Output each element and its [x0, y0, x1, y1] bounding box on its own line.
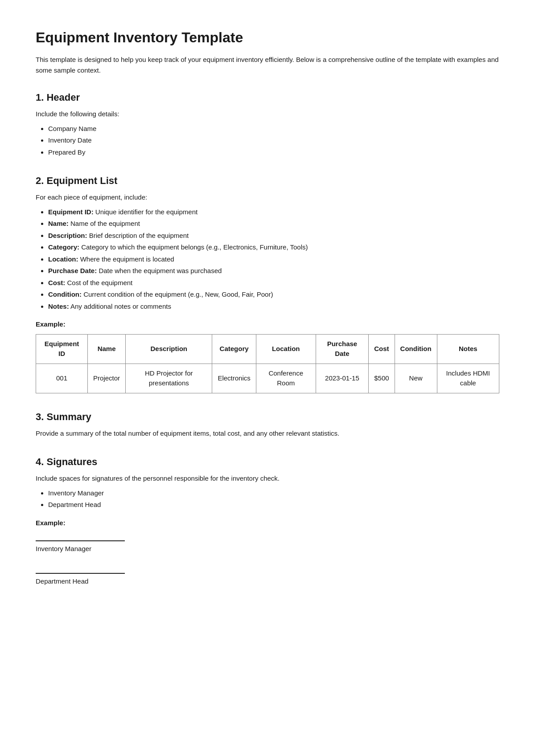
cell-condition: New: [395, 364, 437, 393]
section-header: 1. Header Include the following details:…: [36, 90, 499, 157]
field-bold: Cost:: [48, 279, 65, 286]
field-bold: Purchase Date:: [48, 267, 97, 274]
example-label-signatures: Example:: [36, 518, 499, 528]
col-header-description: Description: [126, 334, 212, 364]
signature-block-department-head: Department Head: [36, 565, 499, 587]
signature-name-department-head: Department Head: [36, 577, 88, 585]
example-label-equipment: Example:: [36, 319, 499, 330]
cell-category: Electronics: [212, 364, 256, 393]
col-header-name: Name: [88, 334, 126, 364]
section-header-lead: Include the following details:: [36, 109, 499, 119]
col-header-equipment-id: Equipment ID: [36, 334, 88, 364]
signature-name-inventory-manager: Inventory Manager: [36, 545, 91, 552]
field-bold: Category:: [48, 243, 79, 251]
section-header-heading: 1. Header: [36, 90, 499, 105]
section-equipment-list-lead: For each piece of equipment, include:: [36, 192, 499, 203]
section-equipment-list-heading: 2. Equipment List: [36, 173, 499, 188]
list-item: Name: Name of the equipment: [48, 219, 499, 229]
col-header-location: Location: [256, 334, 316, 364]
field-bold: Description:: [48, 232, 87, 239]
col-header-category: Category: [212, 334, 256, 364]
field-rest: Where the equipment is located: [78, 255, 174, 263]
field-rest: Category to which the equipment belongs …: [79, 243, 308, 251]
cell-equipment-id: 001: [36, 364, 88, 393]
list-item: Equipment ID: Unique identifier for the …: [48, 207, 499, 217]
field-bold: Name:: [48, 220, 69, 227]
field-bold: Notes:: [48, 302, 69, 310]
intro-text: This template is designed to help you ke…: [36, 54, 499, 76]
cell-name: Projector: [88, 364, 126, 393]
cell-cost: $500: [369, 364, 395, 393]
field-rest: Unique identifier for the equipment: [94, 208, 198, 216]
col-header-cost: Cost: [369, 334, 395, 364]
list-item: Category: Category to which the equipmen…: [48, 242, 499, 253]
section-summary-lead: Provide a summary of the total number of…: [36, 429, 499, 439]
cell-location: Conference Room: [256, 364, 316, 393]
list-item: Notes: Any additional notes or comments: [48, 302, 499, 312]
equipment-field-list: Equipment ID: Unique identifier for the …: [36, 207, 499, 312]
field-rest: Any additional notes or comments: [69, 302, 171, 310]
col-header-notes: Notes: [437, 334, 499, 364]
cell-purchase-date: 2023-01-15: [316, 364, 369, 393]
section-signatures-lead: Include spaces for signatures of the per…: [36, 474, 499, 484]
section-header-list: Company Name Inventory Date Prepared By: [36, 124, 499, 158]
cell-description: HD Projector for presentations: [126, 364, 212, 393]
section-summary-heading: 3. Summary: [36, 409, 499, 424]
field-bold: Equipment ID:: [48, 208, 94, 216]
list-item: Condition: Current condition of the equi…: [48, 290, 499, 300]
signature-line-inventory-manager: [36, 532, 125, 541]
cell-notes: Includes HDMI cable: [437, 364, 499, 393]
list-item: Department Head: [48, 500, 499, 510]
list-item: Company Name: [48, 124, 499, 134]
list-item: Location: Where the equipment is located: [48, 254, 499, 265]
field-rest: Date when the equipment was purchased: [97, 267, 222, 274]
section-summary: 3. Summary Provide a summary of the tota…: [36, 409, 499, 439]
field-rest: Cost of the equipment: [65, 279, 132, 286]
field-bold: Condition:: [48, 290, 82, 298]
field-rest: Brief description of the equipment: [87, 232, 189, 239]
field-rest: Name of the equipment: [69, 220, 140, 227]
table-row: 001 Projector HD Projector for presentat…: [36, 364, 499, 393]
equipment-table: Equipment ID Name Description Category L…: [36, 334, 499, 393]
col-header-purchase-date: Purchase Date: [316, 334, 369, 364]
section-equipment-list: 2. Equipment List For each piece of equi…: [36, 173, 499, 393]
field-bold: Location:: [48, 255, 78, 263]
list-item: Inventory Manager: [48, 488, 499, 499]
table-header-row: Equipment ID Name Description Category L…: [36, 334, 499, 364]
list-item: Inventory Date: [48, 135, 499, 146]
list-item: Description: Brief description of the eq…: [48, 231, 499, 241]
field-rest: Current condition of the equipment (e.g.…: [82, 290, 273, 298]
col-header-condition: Condition: [395, 334, 437, 364]
signatures-list: Inventory Manager Department Head: [36, 488, 499, 510]
signature-line-department-head: [36, 565, 125, 574]
list-item: Prepared By: [48, 147, 499, 158]
list-item: Cost: Cost of the equipment: [48, 278, 499, 288]
page-title: Equipment Inventory Template: [36, 27, 499, 48]
list-item: Purchase Date: Date when the equipment w…: [48, 266, 499, 276]
section-signatures-heading: 4. Signatures: [36, 454, 499, 469]
signature-block-inventory-manager: Inventory Manager: [36, 532, 499, 554]
section-signatures: 4. Signatures Include spaces for signatu…: [36, 454, 499, 586]
